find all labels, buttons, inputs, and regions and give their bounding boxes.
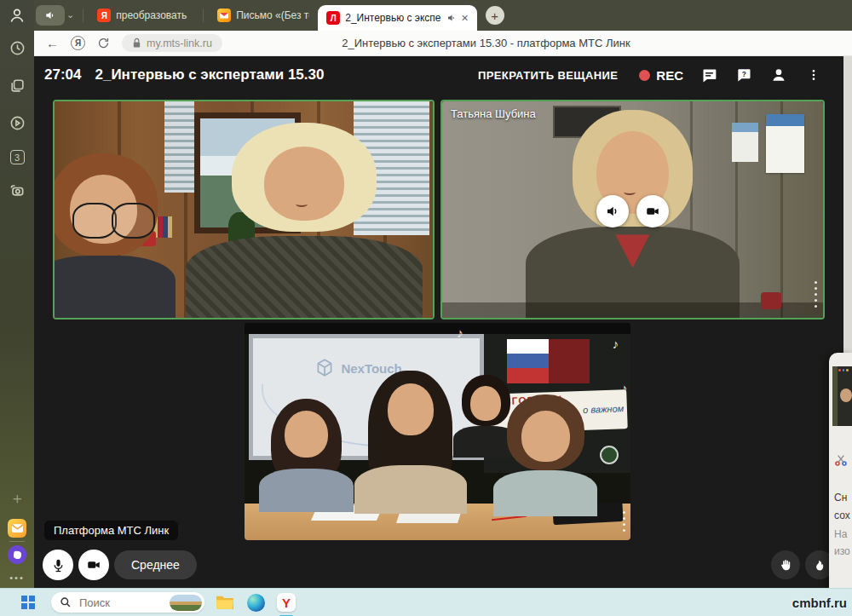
file-explorer-icon[interactable] [215, 592, 235, 613]
tab-label: 2_Интервью с экспе [345, 12, 440, 24]
profile-icon[interactable] [7, 5, 27, 26]
thumb-sidebar [832, 366, 838, 426]
svg-text:?: ? [742, 70, 746, 78]
rec-indicator: REC [639, 68, 683, 83]
window-blinds [164, 101, 195, 193]
ceiling [245, 323, 630, 334]
sidebar-divider [9, 541, 25, 542]
chat-icon[interactable] [699, 66, 718, 84]
torso [354, 465, 467, 514]
camera-button[interactable] [636, 195, 669, 227]
video-scene: NexTouch РАЗГОВОРЫ о важном ♪ ♪ [245, 323, 630, 540]
screenshot-thumbnail[interactable] [832, 366, 852, 426]
screenshot-icon[interactable] [7, 180, 27, 200]
torso [259, 469, 354, 511]
mic-button[interactable] [43, 550, 73, 580]
address-bar: ← Я my.mts-link.ru 2_Интервью с эксперта… [34, 31, 852, 56]
url-field[interactable]: my.mts-link.ru [122, 34, 222, 52]
search-highlight-image[interactable] [170, 595, 202, 611]
play-panel-icon[interactable] [7, 112, 27, 133]
popup-text: На [834, 528, 847, 540]
volume-button[interactable] [596, 195, 629, 227]
smile [296, 201, 308, 207]
close-icon[interactable]: × [462, 12, 469, 24]
video-tile-office[interactable] [53, 100, 435, 320]
glasses [72, 203, 116, 239]
tab-audio-icon [446, 13, 457, 23]
torso [53, 256, 176, 318]
participant-figure [199, 123, 411, 318]
face [470, 386, 500, 421]
smile [624, 189, 636, 195]
music-note: ♪ [457, 325, 463, 340]
camera-toggle-button[interactable] [78, 550, 109, 580]
alice-icon[interactable] [8, 545, 26, 564]
yandex-browser-icon[interactable]: Y [276, 592, 296, 613]
thumb-face [840, 389, 852, 402]
video-tile-classroom[interactable]: NexTouch РАЗГОВОРЫ о важном ♪ ♪ [245, 323, 630, 540]
video-tile-tatyana[interactable]: Татьяна Шубина [440, 100, 825, 320]
mail-favicon [217, 9, 231, 22]
music-note: ♪ [621, 381, 628, 395]
yandex-button-icon[interactable]: Я [71, 36, 85, 50]
browser-sidebar: 3 ＋ ••• [0, 0, 34, 588]
thumb-dots [838, 369, 849, 371]
meeting-timer: 27:04 [44, 66, 81, 83]
glasses [112, 203, 155, 239]
tab-sound-button[interactable] [36, 5, 65, 26]
emblem [549, 339, 590, 383]
more-vertical-icon[interactable] [804, 66, 823, 84]
tab-label: Письмо «(Без темы)» — Л [236, 9, 309, 21]
tile-options-dots[interactable] [815, 281, 818, 308]
notifications-badge[interactable]: 3 [10, 150, 25, 164]
new-tab-button[interactable]: + [486, 6, 504, 25]
music-note: ♪ [613, 337, 619, 351]
participant-name: Татьяна Шубина [451, 107, 536, 120]
tile-options-dots[interactable] [623, 511, 626, 533]
nextouch-cube-icon [314, 357, 336, 379]
participants-icon[interactable] [769, 66, 788, 84]
refresh-icon[interactable] [97, 37, 110, 49]
stop-broadcast-button[interactable]: ПРЕКРАТИТЬ ВЕЩАНИЕ [473, 68, 623, 83]
taskbar-search[interactable] [51, 592, 204, 613]
yandex-favicon: Я [97, 9, 111, 22]
face [264, 147, 344, 221]
tab-meeting-active[interactable]: Л 2_Интервью с экспе × [318, 5, 476, 31]
face [285, 411, 329, 458]
participant-figure [499, 394, 592, 516]
sidebar-more-icon[interactable]: ••• [9, 573, 25, 583]
round-poster [600, 446, 619, 464]
snip-icon [834, 453, 848, 467]
popup-text: изо [834, 545, 850, 557]
history-icon[interactable] [7, 37, 27, 58]
start-button[interactable] [17, 591, 39, 613]
participant-figure [53, 153, 168, 318]
lock-icon [132, 37, 141, 49]
meeting-title: 2_Интервью с экспертами 15.30 [95, 66, 324, 83]
torso [493, 470, 597, 516]
screenshot-popup[interactable]: Сн сох На изо [829, 353, 852, 588]
flag-poster [507, 339, 589, 383]
quality-button[interactable]: Среднее [114, 550, 197, 579]
tab-label: преобразовать пдф в пре [116, 9, 189, 21]
help-icon[interactable]: ? [734, 66, 753, 84]
meeting-area: 27:04 2_Интервью с экспертами 15.30 ПРЕК… [34, 56, 852, 588]
raise-hand-button[interactable] [771, 550, 800, 579]
popup-text: Сн [834, 492, 847, 504]
red-bag [761, 292, 781, 309]
tab-mail[interactable]: Письмо «(Без темы)» — Л [209, 0, 318, 31]
face [388, 383, 434, 435]
meeting-header: 27:04 2_Интервью с экспертами 15.30 ПРЕК… [34, 56, 852, 94]
back-icon[interactable]: ← [46, 36, 59, 50]
participant-figure [360, 371, 461, 514]
windows-logo-icon [21, 596, 35, 609]
search-input[interactable] [78, 596, 156, 610]
yandex-mail-icon[interactable] [8, 519, 26, 538]
edge-icon[interactable] [245, 592, 266, 613]
collections-icon[interactable] [7, 75, 27, 95]
participant-figure [264, 399, 349, 512]
add-panel-icon[interactable]: ＋ [7, 488, 27, 509]
tab-pdf-convert[interactable]: Я преобразовать пдф в пре [89, 0, 198, 31]
chevron-down-icon[interactable]: ⌄ [66, 9, 74, 20]
search-icon [60, 596, 72, 608]
